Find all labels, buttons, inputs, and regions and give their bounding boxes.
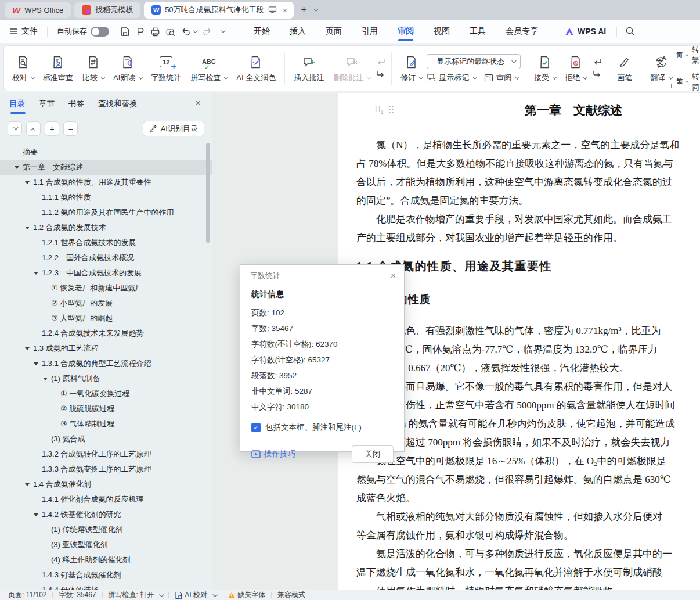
toc-item[interactable]: ① 恢复老厂和新建中型氨厂 bbox=[0, 281, 212, 296]
track-changes-button[interactable]: 修订 bbox=[396, 51, 427, 86]
word-count-button[interactable]: 12 字数统计 bbox=[146, 51, 186, 86]
show-markup-button[interactable]: 显示标记 bbox=[427, 73, 476, 83]
collapse-up-button[interactable] bbox=[26, 121, 41, 136]
previous-comment-icon[interactable] bbox=[374, 58, 387, 67]
redo-button[interactable] bbox=[200, 24, 215, 39]
ai-recognize-toc-button[interactable]: AI识别目录 bbox=[143, 121, 204, 136]
toc-item[interactable]: 1.4.1 催化剂合成氨的反应机理 bbox=[0, 492, 212, 507]
wps-ai-button[interactable]: WPS AI bbox=[560, 27, 611, 36]
word-count-indicator[interactable]: 字数: 35467 bbox=[53, 590, 102, 600]
close-tab-icon[interactable]: × bbox=[281, 5, 290, 15]
tab-docer-templates[interactable]: 找稻壳模板 bbox=[74, 2, 140, 18]
toc-item[interactable]: 1.2.3 中国合成氨技术的发展 bbox=[0, 265, 212, 281]
toc-item[interactable]: 1.2.4 合成氨技术未来发展趋势 bbox=[0, 326, 212, 341]
to-traditional-button[interactable]: 简 转繁 bbox=[676, 45, 700, 66]
print-preview-button[interactable] bbox=[163, 24, 178, 39]
toc-item[interactable]: 1.3 成氨的工艺流程 bbox=[0, 341, 212, 356]
expand-arrow-icon[interactable] bbox=[34, 513, 42, 516]
close-dialog-icon[interactable]: × bbox=[391, 271, 396, 281]
sidebar-tab-find-replace[interactable]: 查找和替换 bbox=[98, 99, 138, 114]
toc-item[interactable]: (4) 稀土作助剂的催化剂 bbox=[0, 552, 212, 567]
toc-item[interactable]: 1.1.2 氨的用途及其在国民生产中的作用 bbox=[0, 205, 212, 220]
toc-item[interactable]: (1) 传统熔铁型催化剂 bbox=[0, 522, 212, 537]
autosave-toggle[interactable] bbox=[91, 27, 109, 37]
new-tab-icon[interactable]: + bbox=[297, 4, 311, 16]
menu-review[interactable]: 审阅 bbox=[388, 20, 424, 43]
undo-button[interactable] bbox=[178, 24, 193, 39]
expand-down-button[interactable] bbox=[8, 121, 22, 136]
present-screen-icon[interactable] bbox=[268, 6, 277, 14]
expand-arrow-icon[interactable] bbox=[34, 272, 42, 275]
translate-button[interactable]: 文 A 翻译 bbox=[645, 51, 676, 86]
tips-link[interactable]: 操作技巧 bbox=[251, 449, 295, 459]
print-button[interactable] bbox=[147, 24, 163, 39]
toc-item[interactable]: 1.2.1 世界合成氨技术的发展 bbox=[0, 235, 212, 250]
toc-item[interactable]: ③ 气体精制过程 bbox=[0, 416, 212, 432]
tab-document[interactable]: W 50万吨合成氨原料气净化工段 × bbox=[144, 2, 294, 19]
ink-pen-button[interactable]: 画笔 bbox=[612, 51, 637, 86]
tab-list-chevron-icon[interactable] bbox=[313, 6, 318, 11]
dialog-launcher-icon[interactable] bbox=[667, 84, 672, 88]
menu-home[interactable]: 开始 bbox=[244, 20, 280, 43]
proofread-button[interactable]: 校对 bbox=[8, 51, 38, 86]
toc-item[interactable]: 1.3.1 合成氨的典型工艺流程介绍 bbox=[0, 356, 212, 371]
insert-comment-button[interactable]: 插入批注 bbox=[289, 51, 329, 86]
expand-arrow-icon[interactable] bbox=[25, 347, 33, 350]
expand-arrow-icon[interactable] bbox=[34, 362, 42, 365]
sidebar-tab-bookmarks[interactable]: 书签 bbox=[68, 99, 84, 114]
toc-item[interactable]: (3) 氨合成 bbox=[0, 432, 212, 447]
toc-item[interactable]: 1.1.1 氨的性质 bbox=[0, 190, 212, 205]
delete-comment-button[interactable]: 删除批注 bbox=[329, 51, 374, 86]
save-button[interactable] bbox=[117, 24, 132, 39]
expand-arrow-icon[interactable] bbox=[43, 378, 51, 380]
zoom-out-button[interactable]: − bbox=[63, 121, 78, 136]
to-simplified-button[interactable]: 繁 转简 bbox=[676, 71, 700, 92]
toc-item[interactable]: 1.4.4 母体的选择 bbox=[0, 583, 212, 590]
menu-view[interactable]: 视图 bbox=[424, 20, 460, 43]
toc-item[interactable]: 1.2 合成氨的发展技术 bbox=[0, 220, 212, 235]
quickbar-chevron-icon[interactable] bbox=[221, 28, 225, 33]
toc-item[interactable]: 1.4.2 铁基催化剂的研究 bbox=[0, 507, 212, 522]
undo-chevron-icon[interactable] bbox=[193, 28, 197, 33]
ai-proofread-status[interactable]: AI 校对 bbox=[169, 590, 222, 600]
sidebar-tab-chapters[interactable]: 章节 bbox=[39, 99, 55, 114]
toc-item[interactable]: 1.4 合成氨催化剂 bbox=[0, 477, 212, 492]
compare-button[interactable]: 比较 bbox=[78, 51, 109, 86]
close-dialog-button[interactable]: 关闭 bbox=[352, 445, 394, 463]
toc-item[interactable]: 摘要 bbox=[0, 145, 212, 160]
toc-item[interactable]: (3) 亚铁型催化剂 bbox=[0, 537, 212, 552]
review-pane-button[interactable]: 审阅 bbox=[484, 73, 518, 83]
toc-item[interactable]: (1) 原料气制备 bbox=[0, 371, 212, 386]
sidebar-tab-toc[interactable]: 目录 bbox=[9, 99, 25, 114]
checkbox-checked-icon[interactable]: ✓ bbox=[251, 423, 261, 432]
expand-arrow-icon[interactable] bbox=[25, 227, 33, 229]
menu-tools[interactable]: 工具 bbox=[460, 20, 496, 43]
file-menu[interactable]: 文件 bbox=[6, 26, 41, 37]
markup-state-dropdown[interactable]: 显示标记的最终状态 bbox=[427, 54, 521, 69]
ai-polish-button[interactable]: AI 全文润色 bbox=[232, 51, 280, 86]
toc-item[interactable]: 1.3.3 合成氨变换工序的工艺原理 bbox=[0, 462, 212, 477]
toc-item[interactable]: 1.2.2 国外合成氨技术概况 bbox=[0, 250, 212, 265]
compatibility-mode-badge[interactable]: 兼容模式 bbox=[272, 590, 311, 600]
export-pdf-button[interactable] bbox=[132, 24, 147, 39]
toc-item[interactable]: 第一章 文献综述 bbox=[0, 160, 212, 175]
missing-font-warning[interactable]: 缺失字体 bbox=[222, 590, 271, 600]
expand-arrow-icon[interactable] bbox=[15, 166, 23, 169]
standard-review-button[interactable]: 标准审查 bbox=[38, 51, 78, 86]
tab-wps-home[interactable]: W WPS Office bbox=[5, 2, 71, 18]
previous-change-icon[interactable] bbox=[591, 58, 604, 67]
accept-changes-button[interactable]: 接受 bbox=[529, 51, 560, 86]
menu-insert[interactable]: 插入 bbox=[280, 20, 316, 43]
expand-arrow-icon[interactable] bbox=[25, 483, 33, 486]
menu-reference[interactable]: 引用 bbox=[352, 20, 388, 43]
toc-item[interactable]: ③ 大型氨厂的崛起 bbox=[0, 311, 212, 326]
expand-arrow-icon[interactable] bbox=[25, 181, 33, 184]
toc-item[interactable]: ② 小型氨厂的发展 bbox=[0, 296, 212, 311]
autosave-control[interactable]: 自动保存 bbox=[53, 26, 113, 37]
drag-handle-icon[interactable] bbox=[388, 106, 394, 114]
menu-page[interactable]: 页面 bbox=[316, 20, 352, 43]
ai-read-aloud-button[interactable]: AI朗读 bbox=[109, 51, 146, 86]
menu-membership[interactable]: 会员专享 bbox=[496, 20, 548, 43]
search-icon[interactable] bbox=[623, 24, 638, 39]
next-change-icon[interactable] bbox=[591, 70, 604, 79]
